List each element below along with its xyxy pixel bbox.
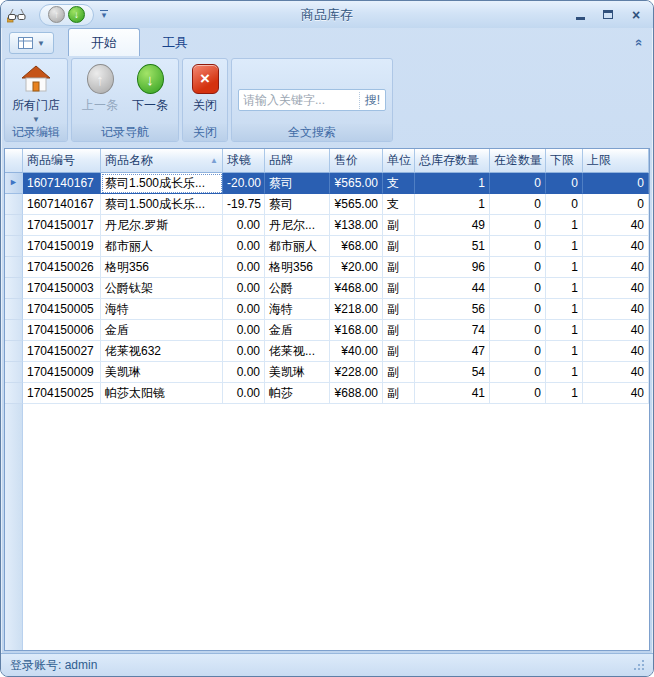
grid-row[interactable]: 1704150005海特0.00海特¥218.00副560140 [5, 299, 649, 320]
app-icon-glasses[interactable] [7, 6, 29, 24]
cell-code[interactable]: 1704150005 [23, 299, 101, 320]
cell-sphere[interactable]: -19.75 [223, 194, 265, 215]
cell-code[interactable]: 1607140167 [23, 173, 101, 194]
cell-upper[interactable]: 40 [583, 320, 649, 341]
cell-stock[interactable]: 47 [415, 341, 490, 362]
cell-transit[interactable]: 0 [490, 299, 546, 320]
cell-lower[interactable]: 1 [546, 320, 583, 341]
column-header-upper[interactable]: 上限 [583, 149, 649, 173]
column-header-sphere[interactable]: 球镜 [223, 149, 265, 173]
cell-price[interactable]: ¥565.00 [330, 173, 383, 194]
cell-code[interactable]: 1704150025 [23, 383, 101, 404]
cell-upper[interactable]: 40 [583, 215, 649, 236]
cell-sphere[interactable]: 0.00 [223, 383, 265, 404]
grid-row[interactable]: 1704150006金盾0.00金盾¥168.00副740140 [5, 320, 649, 341]
cell-brand[interactable]: 公爵 [265, 278, 330, 299]
all-stores-button[interactable]: 所有门店 ▼ [10, 62, 62, 124]
search-go-button[interactable]: 搜! [359, 92, 385, 109]
qat-next-icon[interactable]: ↓ [68, 6, 85, 23]
row-indicator[interactable] [5, 278, 23, 299]
cell-upper[interactable]: 40 [583, 257, 649, 278]
cell-brand[interactable]: 金盾 [265, 320, 330, 341]
cell-price[interactable]: ¥228.00 [330, 362, 383, 383]
cell-name[interactable]: 公爵钛架 [101, 278, 223, 299]
next-record-button[interactable]: ↓ 下一条 [126, 62, 174, 114]
qat-previous-icon[interactable]: ↑ [48, 6, 65, 23]
app-menu-button[interactable]: ▼ [9, 32, 54, 54]
cell-lower[interactable]: 1 [546, 278, 583, 299]
cell-name[interactable]: 金盾 [101, 320, 223, 341]
row-indicator[interactable]: ► [5, 173, 23, 194]
row-indicator[interactable] [5, 236, 23, 257]
cell-name[interactable]: 美凯琳 [101, 362, 223, 383]
cell-stock[interactable]: 41 [415, 383, 490, 404]
cell-stock[interactable]: 54 [415, 362, 490, 383]
cell-brand[interactable]: 格明356 [265, 257, 330, 278]
cell-stock[interactable]: 56 [415, 299, 490, 320]
row-indicator[interactable] [5, 320, 23, 341]
cell-unit[interactable]: 副 [383, 320, 415, 341]
cell-sphere[interactable]: 0.00 [223, 320, 265, 341]
cell-brand[interactable]: 美凯琳 [265, 362, 330, 383]
cell-stock[interactable]: 1 [415, 173, 490, 194]
cell-stock[interactable]: 1 [415, 194, 490, 215]
cell-upper[interactable]: 40 [583, 362, 649, 383]
column-header-lower[interactable]: 下限 [546, 149, 583, 173]
cell-sphere[interactable]: 0.00 [223, 278, 265, 299]
grid-row[interactable]: 1704150019都市丽人0.00都市丽人¥68.00副510140 [5, 236, 649, 257]
cell-brand[interactable]: 佬莱视... [265, 341, 330, 362]
row-indicator[interactable] [5, 194, 23, 215]
row-indicator[interactable] [5, 383, 23, 404]
cell-upper[interactable]: 40 [583, 278, 649, 299]
cell-price[interactable]: ¥168.00 [330, 320, 383, 341]
cell-code[interactable]: 1704150019 [23, 236, 101, 257]
cell-code[interactable]: 1704150003 [23, 278, 101, 299]
cell-unit[interactable]: 副 [383, 257, 415, 278]
cell-transit[interactable]: 0 [490, 278, 546, 299]
cell-upper[interactable]: 0 [583, 173, 649, 194]
cell-code[interactable]: 1704150026 [23, 257, 101, 278]
cell-lower[interactable]: 1 [546, 362, 583, 383]
cell-upper[interactable]: 40 [583, 236, 649, 257]
tab-tools[interactable]: 工具 [140, 29, 210, 56]
column-header-unit[interactable]: 单位 [383, 149, 415, 173]
grid-row[interactable]: 1704150017丹尼尔.罗斯0.00丹尼尔...¥138.00副490140 [5, 215, 649, 236]
cell-sphere[interactable]: 0.00 [223, 257, 265, 278]
cell-name[interactable]: 格明356 [101, 257, 223, 278]
cell-transit[interactable]: 0 [490, 236, 546, 257]
cell-sphere[interactable]: 0.00 [223, 362, 265, 383]
cell-transit[interactable]: 0 [490, 362, 546, 383]
resize-grip[interactable] [634, 660, 645, 671]
cell-code[interactable]: 1704150006 [23, 320, 101, 341]
cell-name[interactable]: 蔡司1.500成长乐... [101, 173, 223, 194]
cell-name[interactable]: 蔡司1.500成长乐... [101, 194, 223, 215]
cell-price[interactable]: ¥468.00 [330, 278, 383, 299]
cell-transit[interactable]: 0 [490, 341, 546, 362]
cell-brand[interactable]: 海特 [265, 299, 330, 320]
cell-price[interactable]: ¥688.00 [330, 383, 383, 404]
cell-lower[interactable]: 0 [546, 173, 583, 194]
grid-row[interactable]: 1704150025帕莎太阳镜0.00帕莎¥688.00副410140 [5, 383, 649, 404]
search-input[interactable] [239, 93, 359, 107]
cell-sphere[interactable]: -20.00 [223, 173, 265, 194]
cell-brand[interactable]: 蔡司 [265, 173, 330, 194]
cell-unit[interactable]: 支 [383, 173, 415, 194]
cell-unit[interactable]: 副 [383, 299, 415, 320]
grid-row[interactable]: ►1607140167蔡司1.500成长乐...-20.00蔡司¥565.00支… [5, 173, 649, 194]
row-indicator[interactable] [5, 215, 23, 236]
grid-row[interactable]: 1704150009美凯琳0.00美凯琳¥228.00副540140 [5, 362, 649, 383]
cell-lower[interactable]: 1 [546, 257, 583, 278]
cell-price[interactable]: ¥138.00 [330, 215, 383, 236]
column-header-brand[interactable]: 品牌 [265, 149, 330, 173]
cell-lower[interactable]: 1 [546, 299, 583, 320]
cell-name[interactable]: 丹尼尔.罗斯 [101, 215, 223, 236]
column-header-price[interactable]: 售价 [330, 149, 383, 173]
cell-sphere[interactable]: 0.00 [223, 215, 265, 236]
cell-unit[interactable]: 支 [383, 194, 415, 215]
cell-unit[interactable]: 副 [383, 362, 415, 383]
cell-name[interactable]: 帕莎太阳镜 [101, 383, 223, 404]
cell-name[interactable]: 都市丽人 [101, 236, 223, 257]
cell-lower[interactable]: 1 [546, 383, 583, 404]
row-indicator[interactable] [5, 257, 23, 278]
cell-transit[interactable]: 0 [490, 215, 546, 236]
